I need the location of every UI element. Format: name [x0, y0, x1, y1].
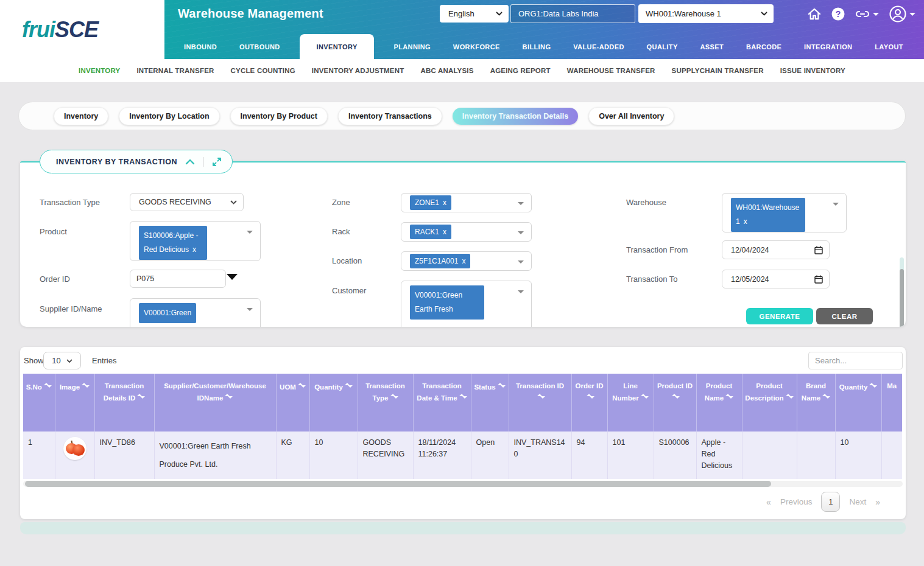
- sort-icon[interactable]: [82, 380, 90, 393]
- column-header-line-number[interactable]: Line Number: [607, 374, 654, 431]
- horizontal-scrollbar-track[interactable]: [23, 481, 903, 487]
- language-select[interactable]: English: [440, 5, 509, 23]
- sort-icon[interactable]: [587, 391, 594, 404]
- column-header-quantity[interactable]: Quantity: [835, 374, 881, 431]
- sort-icon[interactable]: [869, 380, 877, 393]
- warehouse-select[interactable]: WH001:Warehouse 1: [638, 4, 774, 23]
- expand-icon[interactable]: [211, 156, 222, 167]
- warehouse-multiselect[interactable]: WH001:Warehouse 1x: [722, 193, 847, 232]
- home-icon[interactable]: [808, 8, 821, 20]
- sort-icon[interactable]: [537, 391, 545, 404]
- sort-icon[interactable]: [641, 391, 649, 404]
- chip-remove-icon[interactable]: x: [462, 257, 465, 265]
- sub-nav-warehouse-transfer[interactable]: WAREHOUSE TRANSFER: [567, 67, 655, 74]
- order-id-dropdown-icon[interactable]: [227, 274, 238, 280]
- chip-remove-icon[interactable]: x: [443, 228, 446, 236]
- zone-multiselect[interactable]: ZONE1x: [401, 193, 532, 212]
- sort-icon[interactable]: [672, 391, 680, 404]
- sub-nav-issue-inventory[interactable]: ISSUE INVENTORY: [780, 67, 845, 74]
- pagination-current-page[interactable]: 1: [821, 492, 840, 512]
- pagination-last-icon[interactable]: »: [875, 497, 880, 507]
- tab-inventory-transaction-details[interactable]: Inventory Transaction Details: [453, 108, 578, 125]
- column-header-transaction-id[interactable]: Transaction ID: [509, 374, 571, 431]
- column-header-uom[interactable]: UOM: [276, 374, 309, 431]
- sub-nav-internal-transfer[interactable]: INTERNAL TRANSFER: [136, 67, 214, 74]
- main-nav-outbound[interactable]: OUTBOUND: [237, 34, 283, 59]
- main-nav-billing[interactable]: BILLING: [520, 34, 554, 59]
- main-nav-quality[interactable]: QUALITY: [644, 34, 680, 59]
- sub-nav-abc-analysis[interactable]: ABC ANALYSIS: [420, 67, 473, 74]
- main-nav-workforce[interactable]: WORKFORCE: [451, 34, 503, 59]
- main-nav-integration[interactable]: INTEGRATION: [802, 34, 855, 59]
- collapse-chevron-up-icon[interactable]: [185, 159, 195, 165]
- chip-remove-icon[interactable]: x: [192, 245, 196, 254]
- rack-multiselect[interactable]: RACK1x: [401, 222, 532, 242]
- customer-multiselect[interactable]: V00001:Green Earth Fresh: [401, 281, 532, 327]
- pagination-first-icon[interactable]: «: [766, 497, 771, 507]
- main-nav-layout[interactable]: LAYOUT: [872, 34, 906, 59]
- sub-nav-ageing-report[interactable]: AGEING REPORT: [490, 67, 551, 74]
- column-header-product-id[interactable]: Product ID: [654, 374, 696, 431]
- transaction-from-date[interactable]: 12/04/2024: [722, 240, 830, 259]
- sort-icon[interactable]: [44, 380, 52, 393]
- link-menu[interactable]: [855, 9, 879, 19]
- location-multiselect[interactable]: Z5F1C1A001x: [401, 251, 532, 271]
- order-id-input[interactable]: P075: [130, 270, 226, 288]
- horizontal-scrollbar-thumb[interactable]: [25, 481, 771, 487]
- panel-scrollbar-thumb[interactable]: [900, 269, 904, 327]
- column-header-ma[interactable]: Ma: [881, 374, 902, 431]
- pagination-next[interactable]: Next: [849, 497, 866, 506]
- tab-inventory-by-location[interactable]: Inventory By Location: [119, 107, 219, 125]
- main-nav-asset[interactable]: ASSET: [697, 34, 726, 59]
- entries-per-page-select[interactable]: 10: [43, 352, 81, 369]
- organization-field[interactable]: ORG1:Data Labs India: [510, 4, 635, 23]
- sub-nav-inventory-adjustment[interactable]: INVENTORY ADJUSTMENT: [312, 67, 404, 74]
- generate-button[interactable]: GENERATE: [746, 308, 813, 324]
- transaction-type-select[interactable]: GOODS RECEIVING: [130, 193, 244, 211]
- supplier-multiselect[interactable]: V00001:Green: [130, 298, 261, 327]
- main-nav-planning[interactable]: PLANNING: [391, 34, 433, 59]
- transaction-to-date[interactable]: 12/05/2024: [722, 270, 830, 288]
- search-input[interactable]: [808, 352, 903, 369]
- main-nav-inbound[interactable]: INBOUND: [182, 34, 219, 59]
- column-header-transaction-type[interactable]: Transaction Type: [358, 374, 413, 431]
- sort-icon[interactable]: [459, 391, 467, 404]
- column-header-brand-name[interactable]: Brand Name: [797, 374, 835, 431]
- column-header-status[interactable]: Status: [471, 374, 509, 431]
- sort-icon[interactable]: [298, 380, 306, 393]
- tab-inventory-by-product[interactable]: Inventory By Product: [230, 107, 328, 125]
- sort-icon[interactable]: [786, 391, 794, 404]
- sub-nav-inventory[interactable]: INVENTORY: [79, 67, 120, 74]
- main-nav-value-added[interactable]: VALUE-ADDED: [571, 34, 627, 59]
- sub-nav-supplychain-transfer[interactable]: SUPPLYCHAIN TRANSFER: [672, 67, 764, 74]
- column-header-product-description[interactable]: Product Description: [742, 374, 797, 431]
- column-header-supplier-customer-warehouse-idname[interactable]: Supplier/Customer/Warehouse IDName: [154, 374, 276, 431]
- product-multiselect[interactable]: S100006:Apple - Red Deliciousx: [130, 221, 261, 261]
- column-header-quantity[interactable]: Quantity: [309, 374, 358, 431]
- chip-remove-icon[interactable]: x: [744, 217, 747, 226]
- sub-nav-cycle-counting[interactable]: CYCLE COUNTING: [231, 67, 295, 74]
- column-header-transaction-details-id[interactable]: Transaction Details ID: [94, 374, 154, 431]
- column-header-order-id[interactable]: Order ID: [571, 374, 607, 431]
- column-header-transaction-date-time[interactable]: Transaction Date & Time: [413, 374, 471, 431]
- tab-inventory-transactions[interactable]: Inventory Transactions: [338, 107, 442, 125]
- column-header-s-no[interactable]: S.No: [23, 374, 55, 431]
- help-icon[interactable]: ?: [831, 7, 845, 21]
- column-header-image[interactable]: Image: [55, 374, 94, 431]
- sort-icon[interactable]: [225, 391, 233, 404]
- chip-remove-icon[interactable]: x: [443, 198, 446, 207]
- sort-icon[interactable]: [390, 391, 398, 404]
- user-menu[interactable]: [889, 5, 915, 23]
- sort-icon[interactable]: [822, 391, 830, 404]
- main-nav-inventory[interactable]: INVENTORY: [300, 34, 373, 59]
- main-nav-barcode[interactable]: BARCODE: [744, 34, 784, 59]
- sort-icon[interactable]: [498, 380, 506, 393]
- tab-inventory[interactable]: Inventory: [54, 107, 108, 125]
- sort-icon[interactable]: [345, 380, 353, 393]
- sort-icon[interactable]: [725, 391, 733, 404]
- sort-icon[interactable]: [137, 391, 145, 404]
- clear-button[interactable]: CLEAR: [816, 308, 873, 324]
- tab-over-all-inventory[interactable]: Over All Inventory: [588, 107, 674, 125]
- pagination-previous[interactable]: Previous: [780, 497, 813, 506]
- column-header-product-name[interactable]: Product Name: [696, 374, 742, 431]
